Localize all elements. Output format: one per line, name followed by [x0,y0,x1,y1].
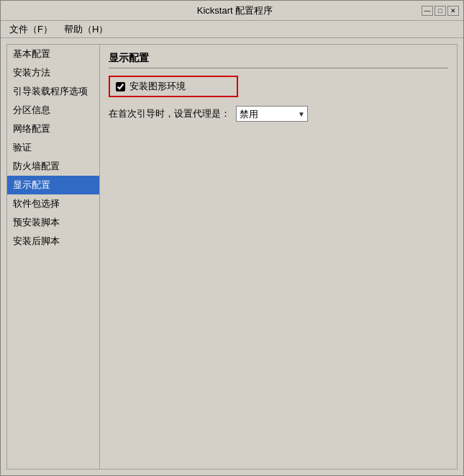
close-button[interactable]: ✕ [447,6,459,16]
proxy-select[interactable]: 禁用 启用 [236,106,308,122]
window-controls: — □ ✕ [422,6,459,16]
sidebar-item-auth[interactable]: 验证 [7,138,99,157]
sidebar-item-pre-script[interactable]: 预安装脚本 [7,213,99,232]
sidebar-item-network[interactable]: 网络配置 [7,120,99,138]
menu-bar: 文件（F） 帮助（H） [1,21,463,38]
proxy-select-wrapper: 禁用 启用 ▼ [236,106,308,122]
sidebar: 基本配置 安装方法 引导装载程序选项 分区信息 网络配置 验证 防火墙配置 显示… [6,44,100,470]
window-title: Kickstart 配置程序 [48,4,422,17]
proxy-row: 在首次引导时，设置代理是： 禁用 启用 ▼ [109,106,448,122]
title-bar: Kickstart 配置程序 — □ ✕ [1,1,463,21]
maximize-button[interactable]: □ [435,6,446,16]
sidebar-item-partition[interactable]: 分区信息 [7,101,99,120]
main-content: 基本配置 安装方法 引导装载程序选项 分区信息 网络配置 验证 防火墙配置 显示… [1,38,463,475]
sidebar-item-bootloader[interactable]: 引导装载程序选项 [7,82,99,101]
sidebar-item-firewall[interactable]: 防火墙配置 [7,157,99,176]
install-gui-checkbox[interactable] [116,82,125,91]
proxy-label: 在首次引导时，设置代理是： [109,107,230,120]
install-gui-label: 安装图形环境 [129,80,186,93]
right-panel: 显示配置 安装图形环境 在首次引导时，设置代理是： 禁用 启用 ▼ [100,44,458,470]
sidebar-item-display[interactable]: 显示配置 [7,176,99,194]
main-window: Kickstart 配置程序 — □ ✕ 文件（F） 帮助（H） 基本配置 安装… [0,0,464,476]
sidebar-item-post-script[interactable]: 安装后脚本 [7,232,99,251]
sidebar-item-install-method[interactable]: 安装方法 [7,63,99,82]
menu-help[interactable]: 帮助（H） [58,22,114,37]
sidebar-item-basic[interactable]: 基本配置 [7,45,99,63]
install-gui-checkbox-row: 安装图形环境 [109,76,238,97]
minimize-button[interactable]: — [422,6,433,16]
menu-file[interactable]: 文件（F） [4,22,58,37]
sidebar-item-packages[interactable]: 软件包选择 [7,194,99,213]
panel-title: 显示配置 [109,52,448,68]
